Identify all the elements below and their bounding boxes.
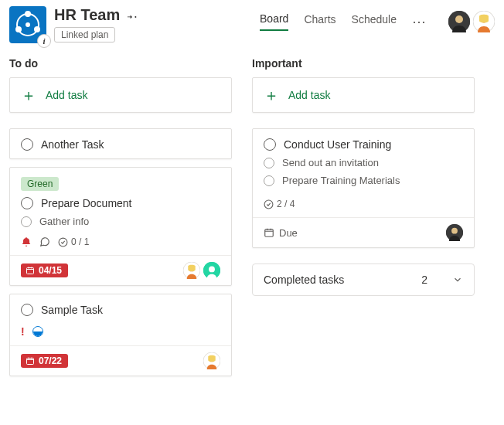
column-title[interactable]: To do [9,57,232,70]
calendar-icon [264,227,274,238]
task-card[interactable]: Another Task [9,128,232,159]
task-title: Prepare Document [41,197,132,209]
plus-icon: ＋ [21,87,36,103]
due-date-badge[interactable]: Due [264,227,298,239]
subtask-title: Send out an invitation [282,157,379,168]
task-card[interactable]: Green Prepare Document Gather info 0 / 1 [9,167,232,286]
task-card[interactable]: Conduct User Training Send out an invita… [252,128,475,248]
svg-point-7 [455,15,463,23]
subtask-toggle[interactable] [264,158,274,168]
calendar-icon [26,266,35,275]
member-avatar[interactable] [473,11,495,32]
svg-point-19 [264,200,273,209]
plan-logo[interactable]: i [9,6,46,43]
linked-plan-badge[interactable]: Linked plan [54,27,115,42]
more-icon[interactable]: ⋯ [412,13,427,30]
category-label[interactable]: Green [21,177,59,191]
svg-point-3 [15,26,22,32]
tab-board[interactable]: Board [260,12,288,31]
chevron-down-icon [452,274,463,285]
due-date-badge[interactable]: 07/22 [21,354,68,368]
add-task-button[interactable]: ＋ Add task [252,77,475,113]
subtask-title: Prepare Training Materials [282,175,400,186]
plus-icon: ＋ [264,87,279,103]
task-title: Conduct User Training [284,138,391,151]
svg-point-4 [34,26,40,32]
svg-rect-11 [27,268,34,274]
board: To do ＋ Add task Another Task Green Prep… [0,43,504,384]
progress-inprogress-icon [32,326,43,337]
calendar-icon [26,356,35,366]
task-title: Sample Task [41,304,103,316]
svg-point-10 [59,238,67,246]
task-card[interactable]: Sample Task ! 07/22 [9,294,232,376]
svg-point-2 [25,11,31,17]
member-avatar[interactable] [448,11,470,32]
subtask-title: Gather info [39,216,89,227]
top-bar: i HR Team Linked plan Board Charts Sched… [0,0,504,43]
svg-point-22 [451,228,458,234]
complete-toggle[interactable] [21,197,33,209]
assignee-avatar[interactable] [183,262,200,279]
column-title[interactable]: Important [252,57,475,70]
column-important: Important ＋ Add task Conduct User Traini… [252,57,475,384]
column-todo: To do ＋ Add task Another Task Green Prep… [9,57,232,384]
subtask-toggle[interactable] [21,216,32,227]
add-task-label: Add task [46,89,87,101]
svg-rect-16 [27,359,34,365]
tab-charts[interactable]: Charts [304,13,335,30]
info-icon[interactable]: i [37,34,51,48]
completed-tasks-toggle[interactable]: Completed tasks 2 [252,264,475,296]
complete-toggle[interactable] [21,138,33,151]
checklist-progress: 2 / 4 [264,199,295,209]
view-tabs: Board Charts Schedule ⋯ [260,6,495,32]
due-date-badge[interactable]: 04/15 [21,264,68,277]
completed-count: 2 [421,274,427,286]
complete-toggle[interactable] [21,304,33,316]
add-task-button[interactable]: ＋ Add task [9,77,232,113]
tab-schedule[interactable]: Schedule [352,13,397,30]
add-task-label: Add task [288,89,330,101]
assignee-avatar[interactable] [446,224,463,241]
checklist-progress: 0 / 1 [58,236,89,247]
assignee-avatar[interactable] [203,262,220,279]
task-title: Another Task [41,138,104,151]
completed-label: Completed tasks [264,274,344,286]
subtask-toggle[interactable] [264,175,274,186]
priority-urgent-icon: ! [21,325,25,338]
svg-rect-20 [265,230,274,236]
comment-icon [39,236,50,247]
assignee-avatar[interactable] [203,352,220,369]
svg-point-15 [209,267,215,273]
notification-icon [21,236,32,247]
svg-point-5 [26,22,30,27]
plan-title: HR Team [54,6,120,24]
complete-toggle[interactable] [264,138,276,151]
pin-icon[interactable] [126,9,138,22]
